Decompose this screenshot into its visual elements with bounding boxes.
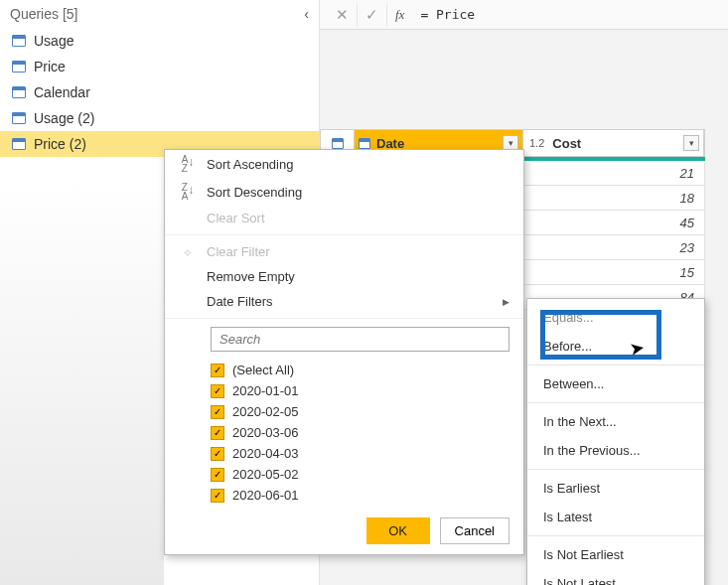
checkbox-checked-icon[interactable]: ✓ — [211, 426, 224, 440]
column-header-cost[interactable]: 1.2 Cost ▾ — [523, 130, 704, 156]
column-filter-menu: AZ↓ Sort Ascending ZA↓ Sort Descending C… — [164, 149, 524, 555]
cell-cost[interactable]: 45 — [523, 211, 705, 235]
table-icon — [12, 86, 26, 98]
cancel-formula-icon[interactable]: ✕ — [328, 3, 358, 27]
cell-cost[interactable]: 23 — [523, 235, 705, 260]
query-label: Usage (2) — [34, 110, 94, 126]
menu-separator — [165, 234, 523, 235]
query-label: Usage — [34, 33, 73, 49]
commit-formula-icon[interactable]: ✓ — [358, 3, 387, 27]
query-item-price[interactable]: Price — [0, 54, 319, 79]
filter-values-list: ✓ (Select All) ✓2020-01-01 ✓2020-02-05 ✓… — [165, 358, 523, 512]
checkbox-checked-icon[interactable]: ✓ — [211, 447, 224, 461]
query-label: Calendar — [34, 84, 90, 100]
ok-button[interactable]: OK — [366, 517, 430, 544]
filter-value-item[interactable]: ✓2020-01-01 — [211, 380, 510, 401]
date-filters-submenu: Equals... Before... Between... In the Ne… — [526, 298, 705, 585]
menu-separator — [165, 318, 523, 319]
number-type-icon: 1.2 — [527, 136, 546, 150]
clear-filter-item: ⟡ Clear Filter — [165, 239, 523, 264]
panel-background — [0, 179, 164, 585]
filter-value-item[interactable]: ✓2020-03-06 — [211, 422, 510, 443]
table-icon — [12, 112, 26, 124]
clear-filter-icon: ⟡ — [179, 245, 197, 259]
filter-equals-item[interactable]: Equals... — [527, 303, 704, 332]
table-icon — [332, 138, 344, 149]
clear-sort-item: Clear Sort — [165, 206, 523, 230]
formula-input[interactable] — [412, 3, 660, 26]
cancel-button[interactable]: Cancel — [440, 517, 510, 544]
menu-separator — [527, 535, 704, 536]
checkbox-checked-icon[interactable]: ✓ — [211, 405, 224, 419]
menu-separator — [527, 365, 704, 366]
filter-value-item[interactable]: ✓2020-04-03 — [211, 443, 510, 464]
fx-icon[interactable]: fx — [387, 7, 412, 23]
sort-desc-icon: ZA↓ — [179, 183, 197, 201]
filter-is-latest-item[interactable]: Is Latest — [527, 503, 704, 531]
query-item-calendar[interactable]: Calendar — [0, 79, 319, 105]
filter-is-not-earliest-item[interactable]: Is Not Earliest — [527, 540, 704, 569]
filter-value-item[interactable]: ✓2020-05-02 — [211, 464, 510, 485]
query-label: Price (2) — [34, 136, 86, 152]
cell-cost[interactable]: 18 — [523, 186, 705, 211]
filter-select-all[interactable]: ✓ (Select All) — [211, 360, 510, 380]
column-dropdown-button[interactable]: ▾ — [683, 135, 699, 151]
filter-is-earliest-item[interactable]: Is Earliest — [527, 474, 704, 503]
menu-separator — [527, 469, 704, 470]
filter-in-next-item[interactable]: In the Next... — [527, 407, 704, 436]
checkbox-checked-icon[interactable]: ✓ — [211, 468, 224, 482]
sort-descending-item[interactable]: ZA↓ Sort Descending — [165, 178, 523, 206]
queries-title: Queries [5] — [10, 6, 77, 22]
table-icon — [12, 138, 26, 150]
query-label: Price — [34, 59, 66, 74]
checkbox-checked-icon[interactable]: ✓ — [211, 489, 224, 503]
formula-bar: ✕ ✓ fx — [320, 0, 728, 30]
cell-cost[interactable]: 21 — [523, 161, 705, 186]
cell-cost[interactable]: 15 — [523, 260, 705, 285]
checkbox-checked-icon[interactable]: ✓ — [211, 364, 224, 377]
filter-before-item[interactable]: Before... — [527, 332, 704, 361]
checkbox-checked-icon[interactable]: ✓ — [211, 384, 224, 398]
sort-ascending-item[interactable]: AZ↓ Sort Ascending — [165, 150, 523, 178]
remove-empty-item[interactable]: Remove Empty — [165, 264, 523, 289]
filter-search-input[interactable] — [211, 327, 510, 352]
filter-value-item[interactable]: ✓2020-02-05 — [211, 401, 510, 422]
filter-value-item[interactable]: ✓2020-06-01 — [211, 485, 510, 506]
query-item-usage-2[interactable]: Usage (2) — [0, 105, 319, 131]
queries-header: Queries [5] ‹ — [0, 0, 319, 28]
filter-is-not-latest-item[interactable]: Is Not Latest — [527, 569, 704, 585]
table-icon — [12, 35, 26, 47]
query-item-usage[interactable]: Usage — [0, 28, 319, 54]
column-label: Cost — [552, 136, 581, 151]
collapse-panel-icon[interactable]: ‹ — [304, 6, 309, 22]
filter-button-row: OK Cancel — [165, 512, 523, 554]
date-filters-item[interactable]: Date Filters — [165, 289, 523, 314]
filter-in-previous-item[interactable]: In the Previous... — [527, 436, 704, 465]
data-grid-cost-column: 21 18 45 23 15 84 — [523, 157, 705, 310]
filter-between-item[interactable]: Between... — [527, 369, 704, 398]
table-icon — [12, 61, 26, 73]
menu-separator — [527, 402, 704, 403]
sort-asc-icon: AZ↓ — [179, 155, 197, 173]
calendar-type-icon — [359, 138, 370, 149]
